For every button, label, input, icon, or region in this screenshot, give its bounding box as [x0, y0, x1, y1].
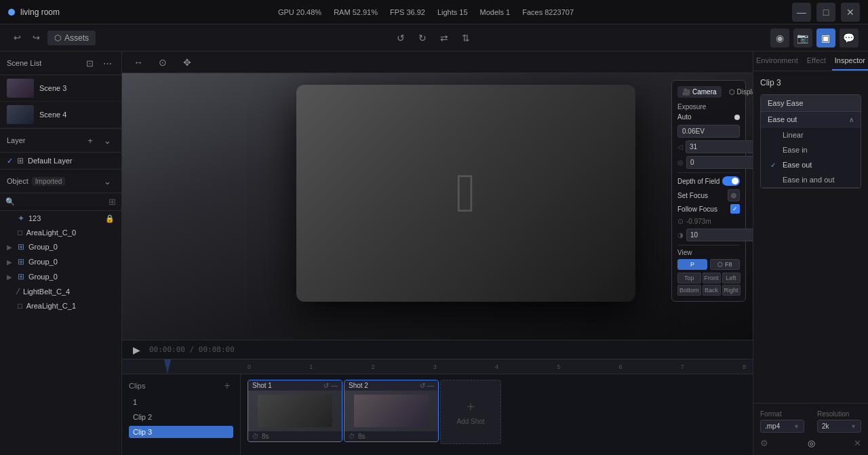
- param1-icon: ◁: [677, 143, 683, 151]
- pan-button[interactable]: ✥: [178, 53, 197, 72]
- right-view-button[interactable]: Right: [722, 285, 741, 296]
- screen-button[interactable]: ▣: [816, 28, 835, 47]
- default-layer-item[interactable]: ✓ ⊞ Default Layer: [0, 153, 121, 170]
- bottom-icons: ⚙ ◎ ✕: [760, 438, 861, 448]
- resolution-value: 2k: [822, 422, 829, 430]
- tab-environment[interactable]: Environment: [753, 52, 801, 71]
- scene-4-name: Scene 4: [39, 111, 66, 119]
- scene-4-thumb: [7, 105, 34, 124]
- param2-input[interactable]: [686, 156, 753, 169]
- clip-item-2[interactable]: Clip 2: [129, 411, 233, 423]
- display-tab[interactable]: ⬡ Display: [724, 86, 753, 98]
- camera-tab[interactable]: 🎥 Camera: [677, 86, 722, 98]
- light-belt-icon: ∕: [18, 287, 19, 296]
- object-name: AreaLight_C_1: [26, 302, 76, 310]
- laptop-body: : [296, 85, 635, 302]
- flip-v-button[interactable]: ⇅: [456, 28, 475, 47]
- layer-stack-icon: ⊞: [17, 156, 24, 165]
- ease-out-header[interactable]: Ease out ∧: [761, 112, 861, 127]
- add-shot-block[interactable]: + Add Shot: [440, 380, 501, 444]
- ease-title: Easy Ease: [761, 95, 861, 112]
- param1-input[interactable]: [686, 140, 753, 153]
- f8-view-button[interactable]: ⬡ F8: [710, 259, 740, 270]
- search-input[interactable]: [19, 198, 104, 206]
- auto-dot-indicator: [734, 115, 740, 120]
- shot-block-2[interactable]: Shot 2 ↺ — ⏱ 8s: [344, 380, 439, 442]
- list-item[interactable]: □ AreaLight_C_1: [0, 299, 121, 313]
- ram-stat: RAM 52.91%: [334, 8, 378, 16]
- close-panel-icon[interactable]: ✕: [854, 438, 861, 448]
- object-collapse-button[interactable]: ⌄: [100, 174, 115, 189]
- left-view-button[interactable]: Left: [722, 273, 741, 283]
- object-name: Group_0: [28, 258, 58, 266]
- timeline-content: Clips + 1 Clip 2 Clip 3 Shot 1: [122, 374, 753, 455]
- front-view-button[interactable]: Front: [703, 273, 721, 283]
- back-view-button[interactable]: Back: [703, 285, 721, 296]
- ruler-mark-2: 2: [371, 363, 374, 370]
- close-button[interactable]: ✕: [841, 3, 860, 22]
- list-item[interactable]: ▶ ⊞ Group_0: [0, 239, 121, 254]
- toolbar-left: ↩ ↪ ⬡ Assets: [9, 31, 96, 45]
- scene-item-4[interactable]: Scene 4: [0, 102, 121, 128]
- camera-button[interactable]: 📷: [793, 28, 812, 47]
- shot-block-1[interactable]: Shot 1 ↺ — ⏱ 8s: [248, 380, 342, 442]
- layer-menu-button[interactable]: ⌄: [100, 133, 115, 148]
- dof-toggle[interactable]: [722, 176, 740, 186]
- vr-button[interactable]: ◉: [770, 28, 789, 47]
- render-icon[interactable]: ◎: [808, 438, 815, 448]
- rotate-right-button[interactable]: ↻: [413, 28, 432, 47]
- resolution-select[interactable]: 2k ▼: [817, 420, 861, 433]
- ease-item-ease-out[interactable]: ✓ Ease out: [761, 157, 861, 172]
- scene-menu-button[interactable]: ⋯: [100, 56, 115, 71]
- clip-item-1[interactable]: 1: [129, 396, 233, 408]
- ease-out-option-label: Ease out: [783, 161, 812, 169]
- follow-focus-label: Follow Focus: [677, 205, 717, 213]
- redo-button[interactable]: ↪: [28, 31, 43, 45]
- list-item[interactable]: ✦ 123 🔒: [0, 211, 121, 226]
- object-list: ✦ 123 🔒 □ AreaLight_C_0 ▶ ⊞ Group_0 ▶ ⊞ …: [0, 211, 121, 455]
- set-focus-button[interactable]: ◎: [728, 189, 740, 201]
- scene-list-title: Scene List: [7, 59, 41, 67]
- flip-h-button[interactable]: ⇄: [435, 28, 454, 47]
- ruler-mark-5: 5: [557, 363, 560, 370]
- format-select[interactable]: .mp4 ▼: [760, 420, 804, 433]
- tab-effect[interactable]: Effect: [801, 52, 832, 71]
- add-clip-button[interactable]: +: [221, 380, 233, 392]
- add-shot-icon: +: [467, 399, 475, 415]
- list-item[interactable]: □ AreaLight_C_0: [0, 226, 121, 239]
- play-button[interactable]: ▶: [129, 342, 144, 357]
- ev-input[interactable]: [677, 125, 740, 138]
- scene-item-3[interactable]: Scene 3: [0, 75, 121, 102]
- assets-button[interactable]: ⬡ Assets: [47, 31, 96, 45]
- add-layer-button[interactable]: +: [83, 133, 98, 148]
- list-item[interactable]: ∕ LightBelt_C_4: [0, 284, 121, 299]
- list-item[interactable]: ▶ ⊞ Group_0: [0, 269, 121, 284]
- set-focus-row: Set Focus ◎: [677, 189, 740, 201]
- layer-header: Layer + ⌄: [0, 128, 121, 153]
- bottom-view-button[interactable]: Bottom: [677, 285, 701, 296]
- clip-item-3[interactable]: Clip 3: [129, 426, 233, 438]
- focus-param-input[interactable]: [686, 229, 753, 241]
- perspective-view-button[interactable]: P: [677, 259, 707, 270]
- ease-item-ease-in-out[interactable]: Ease in and out: [761, 172, 861, 187]
- top-view-button[interactable]: Top: [677, 273, 701, 283]
- minimize-button[interactable]: —: [792, 3, 811, 22]
- maximize-button[interactable]: □: [816, 3, 835, 22]
- viewport[interactable]:  🎥 Camera ⬡ Display Exposure: [122, 73, 753, 340]
- f8-label: F8: [725, 261, 732, 268]
- ease-item-linear[interactable]: Linear: [761, 127, 861, 142]
- grid-view-icon[interactable]: ⊞: [108, 197, 116, 207]
- orbit-button[interactable]: ⊙: [153, 53, 172, 72]
- list-item[interactable]: ▶ ⊞ Group_0: [0, 254, 121, 269]
- fps-stat: FPS 36.92: [390, 8, 425, 16]
- tab-inspector[interactable]: Inspector: [832, 52, 868, 71]
- chat-button[interactable]: 💬: [840, 28, 859, 47]
- ease-item-ease-in[interactable]: Ease in: [761, 142, 861, 157]
- shot-2-footer: ⏱ 8s: [344, 431, 438, 441]
- follow-focus-checkbox[interactable]: ✓: [730, 204, 740, 214]
- nav-mode-button[interactable]: ↔: [129, 53, 148, 72]
- rotate-left-button[interactable]: ↺: [391, 28, 410, 47]
- settings-icon[interactable]: ⚙: [760, 438, 768, 448]
- undo-button[interactable]: ↩: [9, 31, 24, 45]
- scene-expand-button[interactable]: ⊡: [82, 56, 97, 71]
